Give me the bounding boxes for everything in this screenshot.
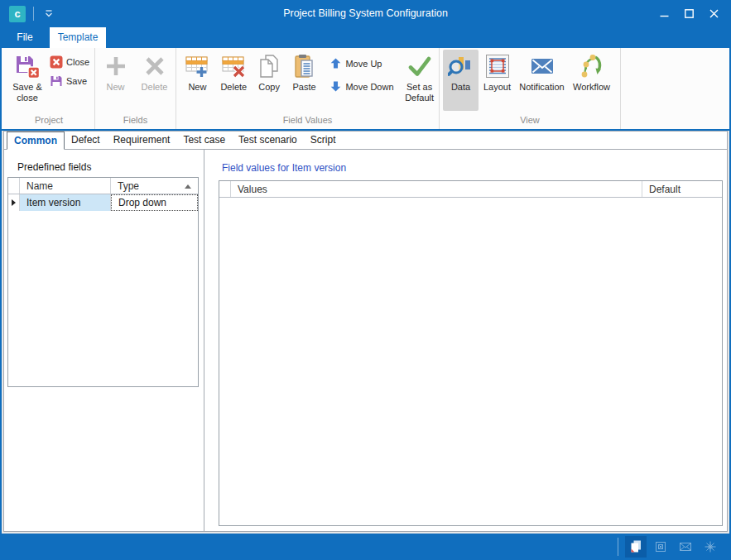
value-delete-button[interactable]: Delete [215,50,252,111]
view-layout-label: Layout [483,82,511,93]
cell-type[interactable]: Drop down [111,194,198,211]
view-notification-label: Notification [519,82,564,93]
cell-name[interactable]: Item version [20,194,111,211]
ribbon: Save & close Close [2,48,729,131]
panel-splitter[interactable] [204,150,204,531]
field-values-title: Field values for Item version [222,162,346,174]
window-title: Project Billing System Configuration [2,0,729,27]
arrow-up-icon [329,57,342,69]
notification-view-icon [529,53,555,79]
view-workflow-label: Workflow [573,82,610,93]
statusbar-data-view-button[interactable] [625,536,647,558]
paste-button[interactable]: Paste [286,50,323,111]
value-delete-label: Delete [220,82,247,93]
data-view-icon [448,53,474,79]
column-header-type[interactable]: Type [111,178,198,194]
titlebar: c Project Billing System Configuration [2,0,729,27]
fields-delete-label: Delete [142,82,168,93]
fields-delete-button: Delete [136,50,174,111]
statusbar-separator [618,538,618,556]
view-data-label: Data [451,82,470,93]
close-red-icon [50,55,63,69]
row-indicator-arrow-icon [12,199,16,206]
copy-button[interactable]: Copy [252,50,286,111]
value-new-button[interactable]: New [180,50,215,111]
grid-indicator-header [219,181,231,197]
close-window-button[interactable] [701,0,726,27]
statusbar-notification-view-button[interactable] [675,536,696,558]
ribbon-group-fields: New Delete Fields [95,48,176,129]
view-notification-button[interactable]: Notification [516,50,568,111]
statusbar [2,534,729,560]
view-data-button[interactable]: Data [443,50,479,111]
set-default-button[interactable]: Set as Default [400,50,439,111]
grid-row-item-version[interactable]: Item version Drop down [8,194,198,211]
group-label-view: View [440,114,620,129]
save-label: Save [66,76,87,86]
view-workflow-button[interactable]: Workflow [568,50,615,111]
group-label-project: Project [3,114,94,129]
ribbon-group-field-values: New Delete [176,48,440,129]
column-header-default[interactable]: Default [642,181,722,197]
maximize-icon [685,9,694,18]
layout-box-icon [654,540,667,553]
move-down-button[interactable]: Move Down [327,79,400,94]
row-indicator [8,194,20,211]
main-content: Common Defect Requirement Test case Test… [3,131,728,532]
move-down-label: Move Down [345,82,393,92]
minimize-button[interactable] [652,0,676,27]
paste-icon [291,53,318,79]
arrow-down-icon [329,80,342,93]
column-header-values[interactable]: Values [231,181,642,197]
tab-test-scenario[interactable]: Test scenario [232,132,304,149]
set-default-label: Set as Default [400,82,439,103]
save-icon [50,74,63,88]
maximize-button[interactable] [676,0,701,27]
save-close-icon [14,53,41,79]
close-label: Close [66,57,89,67]
close-button[interactable]: Close [47,54,92,70]
ribbon-tab-template[interactable]: Template [50,27,106,48]
group-label-field-values: Field Values [176,114,439,129]
minimize-icon [660,9,669,18]
workflow-view-icon [579,53,605,79]
view-layout-button[interactable]: Layout [479,50,516,111]
paste-label: Paste [292,82,315,93]
predefined-fields-grid: Name Type Item version Drop down [7,177,199,387]
documents-icon [628,539,643,554]
field-values-grid: Values Default [219,180,723,526]
app-window: c Project Billing System Configuration [0,0,731,560]
value-new-label: New [188,82,206,93]
envelope-icon [679,540,692,553]
save-close-button[interactable]: Save & close [7,50,47,111]
sort-ascending-icon [185,184,191,189]
ribbon-tab-row: File Template [2,27,729,48]
column-header-name[interactable]: Name [20,178,111,194]
ribbon-tab-file[interactable]: File [7,27,43,48]
tab-defect[interactable]: Defect [65,132,107,149]
column-header-type-label: Type [118,180,139,192]
close-icon [709,9,719,18]
template-section-tabs: Common Defect Requirement Test case Test… [4,132,727,150]
fields-new-button: New [98,50,134,111]
x-disabled-icon [142,53,168,79]
table-delete-icon [220,53,247,79]
tab-common[interactable]: Common [7,132,65,150]
tab-script[interactable]: Script [304,132,343,149]
grid-header-row: Values Default [219,181,722,198]
copy-icon [256,53,282,79]
save-button[interactable]: Save [47,73,92,89]
layout-view-icon [484,53,511,79]
tab-test-case[interactable]: Test case [176,132,232,149]
move-up-button[interactable]: Move Up [327,55,400,71]
tab-requirement[interactable]: Requirement [107,132,177,149]
fields-new-label: New [106,82,124,93]
statusbar-workflow-view-button[interactable] [700,536,721,558]
ribbon-group-project: Save & close Close [3,48,95,129]
statusbar-layout-view-button[interactable] [650,536,671,558]
snowflake-icon [704,540,717,553]
table-new-icon [184,53,210,79]
copy-label: Copy [258,82,280,93]
group-label-fields: Fields [95,114,176,129]
checkmark-icon [406,53,433,79]
